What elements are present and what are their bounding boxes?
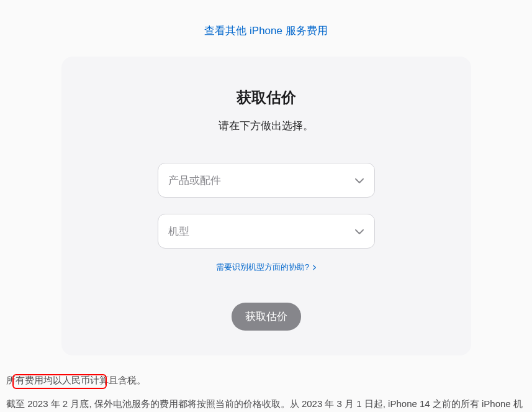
card-title: 获取估价 (86, 88, 446, 108)
product-select-placeholder: 产品或配件 (168, 173, 221, 188)
model-select-wrapper: 机型 (158, 214, 375, 249)
chevron-right-icon (313, 263, 316, 272)
estimate-card: 获取估价 请在下方做出选择。 产品或配件 机型 需要识别机型方面的协助? 获取估… (61, 57, 471, 355)
identify-model-help-link[interactable]: 需要识别机型方面的协助? (216, 262, 316, 272)
product-select[interactable]: 产品或配件 (158, 163, 375, 198)
help-link-text: 需要识别机型方面的协助? (216, 262, 309, 272)
model-select-placeholder: 机型 (168, 224, 189, 239)
footer-line-2: 截至 2023 年 2 月底, 保外电池服务的费用都将按照当前的价格收取。从 2… (6, 396, 526, 412)
product-select-wrapper: 产品或配件 (158, 163, 375, 198)
card-subtitle: 请在下方做出选择。 (86, 119, 446, 133)
top-link-container: 查看其他 iPhone 服务费用 (0, 0, 532, 57)
model-select[interactable]: 机型 (158, 214, 375, 249)
footer-text: 所有费用均以人民币计算且含税。 截至 2023 年 2 月底, 保外电池服务的费… (0, 355, 532, 412)
get-estimate-button[interactable]: 获取估价 (232, 303, 301, 331)
other-services-link[interactable]: 查看其他 iPhone 服务费用 (204, 25, 327, 37)
footer-line-1: 所有费用均以人民币计算且含税。 (6, 373, 526, 388)
help-link-container: 需要识别机型方面的协助? (86, 261, 446, 273)
